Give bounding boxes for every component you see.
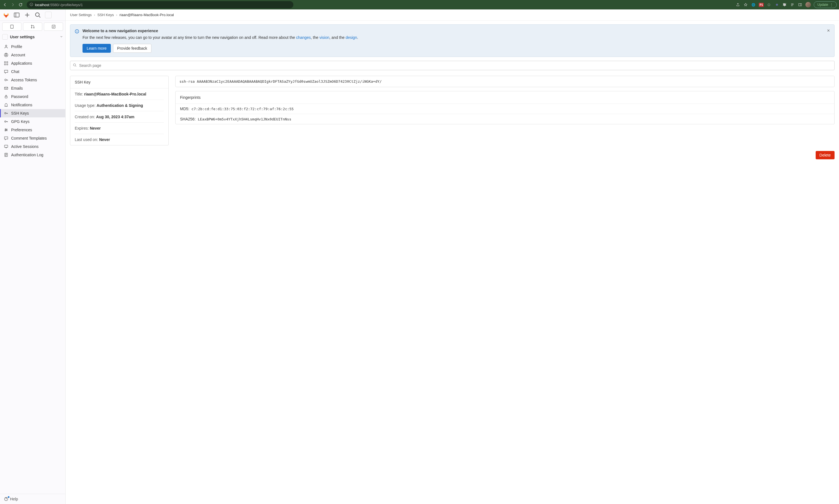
close-banner-button[interactable] bbox=[826, 29, 831, 33]
card-header: SSH Key bbox=[70, 76, 168, 89]
svg-rect-4 bbox=[11, 25, 13, 28]
profile-icon bbox=[4, 44, 8, 49]
sidebar-item-notifications[interactable]: Notifications bbox=[0, 101, 65, 109]
provide-feedback-button[interactable]: Provide feedback bbox=[113, 44, 151, 53]
chevron-right-icon: › bbox=[116, 13, 117, 17]
svg-point-21 bbox=[5, 129, 6, 129]
sidebar-item-authlog[interactable]: Authentication Log bbox=[0, 151, 65, 159]
chevron-down-icon bbox=[60, 35, 63, 39]
help-link[interactable]: Help bbox=[0, 494, 65, 504]
sidebar-item-label: SSH Keys bbox=[11, 111, 29, 115]
detail-lastused: Last used on: Never bbox=[75, 134, 164, 145]
sidebar-item-label: Profile bbox=[11, 44, 22, 49]
banner-title: Welcome to a new navigation experience bbox=[83, 29, 830, 33]
bookmark-star-icon[interactable] bbox=[743, 2, 748, 7]
extensions-puzzle-icon[interactable] bbox=[782, 2, 787, 7]
sidebar-item-account[interactable]: Account bbox=[0, 51, 65, 59]
sidebar-item-profile[interactable]: Profile bbox=[0, 42, 65, 51]
gitlab-logo[interactable] bbox=[3, 12, 10, 18]
back-button[interactable] bbox=[2, 2, 8, 7]
help-label: Help bbox=[10, 497, 18, 501]
account-icon bbox=[4, 53, 8, 57]
delete-button[interactable]: Delete bbox=[816, 151, 835, 159]
main-content: User Settings › SSH Keys › riaan@Riaans-… bbox=[66, 10, 839, 504]
extension-icon[interactable]: ⬡ bbox=[767, 2, 771, 7]
panel-icon[interactable] bbox=[798, 2, 803, 7]
sidebar-item-label: GPG Keys bbox=[11, 119, 30, 124]
info-icon bbox=[75, 29, 79, 53]
svg-point-9 bbox=[5, 45, 7, 47]
sidebar-section-header[interactable]: User settings bbox=[0, 33, 65, 41]
svg-rect-2 bbox=[14, 13, 19, 17]
url-bar[interactable]: localhost:5580/-/profile/keys/1 bbox=[27, 1, 293, 8]
breadcrumb: User Settings › SSH Keys › riaan@Riaans-… bbox=[66, 10, 839, 20]
svg-point-6 bbox=[31, 28, 32, 28]
ssh-key-details-card: SSH Key Title: riaan@Riaans-MacBook-Pro.… bbox=[70, 76, 169, 145]
sidebar-item-label: Password bbox=[11, 94, 28, 99]
todos-shortcut[interactable] bbox=[44, 22, 63, 31]
learn-more-button[interactable]: Learn more bbox=[83, 44, 111, 53]
sidebar-item-emails[interactable]: Emails bbox=[0, 84, 65, 92]
sidebar: User settings ProfileAccountApplications… bbox=[0, 10, 66, 504]
breadcrumb-current: riaan@Riaans-MacBook-Pro.local bbox=[119, 13, 174, 17]
sidebar-item-gpg[interactable]: GPG Keys bbox=[0, 118, 65, 126]
chevron-right-icon: › bbox=[94, 13, 95, 17]
issues-shortcut[interactable] bbox=[2, 22, 21, 31]
svg-rect-17 bbox=[4, 87, 8, 89]
svg-rect-24 bbox=[4, 145, 8, 147]
info-icon bbox=[30, 2, 33, 7]
svg-point-7 bbox=[33, 28, 34, 28]
info-banner: Welcome to a new navigation experience F… bbox=[70, 24, 835, 57]
search-icon bbox=[73, 63, 77, 68]
breadcrumb-item[interactable]: SSH Keys bbox=[97, 13, 114, 17]
ssh-public-key[interactable]: ssh-rsa AAAAB3NzaC1yc2EAAAADAQABAAABAQDI… bbox=[175, 76, 835, 87]
sidebar-item-label: Chat bbox=[11, 69, 19, 74]
sidebar-item-comment[interactable]: Comment Templates bbox=[0, 134, 65, 142]
forward-button[interactable] bbox=[10, 2, 16, 7]
password-icon bbox=[4, 94, 8, 99]
svg-rect-12 bbox=[4, 61, 5, 63]
help-icon bbox=[4, 497, 8, 501]
link-design[interactable]: design bbox=[346, 35, 357, 40]
extension-p1-icon[interactable]: P1 bbox=[759, 2, 764, 7]
reading-list-icon[interactable] bbox=[790, 2, 795, 7]
fingerprint-sha256: SHA256: LEaxBPW6+0m5v4YTxXjh5H4LsmqHv1JN… bbox=[175, 114, 834, 124]
sidebar-item-label: Emails bbox=[11, 86, 23, 90]
browser-chrome: localhost:5580/-/profile/keys/1 🌐 P1 ⬡ ❋… bbox=[0, 0, 839, 10]
svg-rect-13 bbox=[7, 61, 8, 63]
detail-created: Created on: Aug 30, 2023 4:37am bbox=[75, 111, 164, 123]
merge-requests-shortcut[interactable] bbox=[23, 22, 42, 31]
search-page-input[interactable] bbox=[70, 61, 835, 70]
sidebar-item-ssh[interactable]: SSH Keys bbox=[0, 109, 65, 118]
svg-point-19 bbox=[5, 113, 6, 114]
ssh-icon bbox=[4, 111, 8, 115]
token-icon bbox=[4, 78, 8, 82]
sidebar-item-sessions[interactable]: Active Sessions bbox=[0, 142, 65, 151]
reload-button[interactable] bbox=[18, 2, 23, 7]
breadcrumb-item[interactable]: User Settings bbox=[70, 13, 92, 17]
sidebar-item-token[interactable]: Access Tokens bbox=[0, 76, 65, 84]
sidebar-item-preferences[interactable]: Preferences bbox=[0, 126, 65, 134]
extension-icon[interactable]: ❋ bbox=[774, 2, 779, 7]
link-vision[interactable]: vision bbox=[320, 35, 329, 40]
sidebar-item-label: Applications bbox=[11, 61, 32, 66]
sidebar-item-label: Account bbox=[11, 53, 25, 57]
search-icon[interactable] bbox=[34, 12, 41, 18]
update-button[interactable]: Update⋮ bbox=[814, 1, 837, 8]
user-avatar[interactable] bbox=[45, 12, 52, 18]
svg-point-22 bbox=[6, 130, 7, 130]
sidebar-item-applications[interactable]: Applications bbox=[0, 59, 65, 68]
sidebar-item-password[interactable]: Password bbox=[0, 92, 65, 101]
sidebar-item-chat[interactable]: Chat bbox=[0, 68, 65, 76]
share-icon[interactable] bbox=[735, 2, 740, 7]
sidebar-toggle-icon[interactable] bbox=[13, 12, 20, 18]
plus-icon[interactable] bbox=[24, 12, 31, 18]
extension-icon[interactable]: 🌐 bbox=[751, 2, 756, 7]
profile-avatar[interactable] bbox=[805, 2, 811, 7]
preferences-icon bbox=[4, 128, 8, 132]
link-changes[interactable]: changes bbox=[296, 35, 311, 40]
svg-point-3 bbox=[36, 13, 39, 17]
menu-dots-icon: ⋮ bbox=[830, 3, 833, 7]
svg-point-10 bbox=[5, 54, 7, 55]
fingerprints-card: Fingerprints MD5: c7:2b:cd:fe:d1:33:75:0… bbox=[175, 91, 835, 124]
